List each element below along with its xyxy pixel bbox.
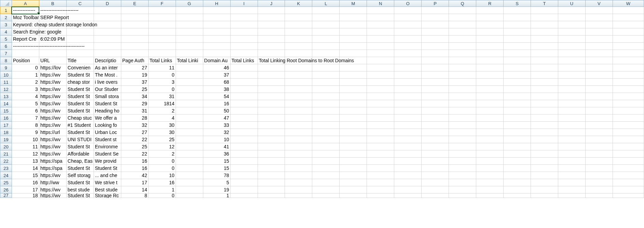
cell-L12[interactable] — [312, 86, 340, 93]
cell-C3[interactable] — [66, 21, 94, 28]
cell-W5[interactable] — [613, 36, 644, 43]
col-header-B[interactable]: B — [39, 0, 66, 7]
cell-K11[interactable] — [285, 79, 312, 86]
cell-A21[interactable]: 12 — [12, 150, 39, 158]
cell-A10[interactable]: 1 — [12, 71, 39, 79]
cell-R2[interactable] — [476, 14, 504, 21]
cell-N27[interactable] — [367, 193, 394, 198]
cell-P5[interactable] — [422, 36, 449, 43]
cell-R23[interactable] — [476, 165, 504, 172]
cell-B22[interactable]: https://spa — [39, 158, 66, 165]
cell-M9[interactable] — [340, 64, 367, 71]
cell-V3[interactable] — [585, 21, 613, 28]
cell-Q13[interactable] — [449, 93, 476, 100]
cell-K19[interactable] — [285, 136, 312, 143]
cell-N1[interactable] — [367, 7, 394, 14]
cell-W24[interactable] — [613, 172, 644, 179]
cell-Q15[interactable] — [449, 107, 476, 115]
cell-H25[interactable]: 5 — [203, 179, 230, 186]
cell-P27[interactable] — [422, 193, 449, 198]
cell-R10[interactable] — [476, 71, 504, 79]
cell-M19[interactable] — [340, 136, 367, 143]
cell-Q3[interactable] — [449, 21, 476, 28]
cell-K15[interactable] — [285, 107, 312, 115]
cell-B11[interactable]: https://wv — [39, 79, 66, 86]
cell-G7[interactable] — [176, 50, 203, 57]
cell-H22[interactable]: 15 — [203, 158, 230, 165]
cell-B6[interactable] — [39, 43, 66, 50]
cell-A13[interactable]: 4 — [12, 93, 39, 100]
cell-U8[interactable] — [558, 57, 585, 64]
cell-L19[interactable] — [312, 136, 340, 143]
cell-F13[interactable]: 31 — [148, 93, 176, 100]
cell-G19[interactable] — [176, 136, 203, 143]
cell-E9[interactable]: 27 — [121, 64, 148, 71]
cell-C20[interactable]: Student St — [66, 143, 94, 150]
cell-G21[interactable] — [176, 150, 203, 158]
cell-M22[interactable] — [340, 158, 367, 165]
cell-U24[interactable] — [558, 172, 585, 179]
cell-N5[interactable] — [367, 36, 394, 43]
cell-A15[interactable]: 6 — [12, 107, 39, 115]
cell-L13[interactable] — [312, 93, 340, 100]
cell-M13[interactable] — [340, 93, 367, 100]
cell-B8[interactable]: URL — [39, 57, 66, 64]
cell-F24[interactable]: 10 — [148, 172, 176, 179]
cell-N18[interactable] — [367, 129, 394, 136]
cell-R11[interactable] — [476, 79, 504, 86]
cell-G14[interactable] — [176, 100, 203, 107]
cell-U18[interactable] — [558, 129, 585, 136]
cell-S21[interactable] — [504, 150, 531, 158]
cell-E25[interactable]: 17 — [121, 179, 148, 186]
cell-V15[interactable] — [585, 107, 613, 115]
cell-I10[interactable] — [230, 71, 258, 79]
row-header-19[interactable]: 19 — [0, 136, 12, 143]
cell-Q12[interactable] — [449, 86, 476, 93]
cell-I18[interactable] — [230, 129, 258, 136]
cell-T3[interactable] — [531, 21, 558, 28]
cell-A12[interactable]: 3 — [12, 86, 39, 93]
cell-P25[interactable] — [422, 179, 449, 186]
row-header-20[interactable]: 20 — [0, 143, 12, 150]
cell-O27[interactable] — [394, 193, 422, 198]
cell-Q25[interactable] — [449, 179, 476, 186]
cell-Q20[interactable] — [449, 143, 476, 150]
cell-C25[interactable]: Student St — [66, 179, 94, 186]
cell-R7[interactable] — [476, 50, 504, 57]
cell-T24[interactable] — [531, 172, 558, 179]
cell-P1[interactable] — [422, 7, 449, 14]
row-header-5[interactable]: 5 — [0, 36, 12, 43]
cell-B23[interactable]: https://spa — [39, 165, 66, 172]
cell-L3[interactable] — [312, 21, 340, 28]
cell-F19[interactable]: 25 — [148, 136, 176, 143]
cell-G15[interactable] — [176, 107, 203, 115]
cell-N23[interactable] — [367, 165, 394, 172]
cell-S15[interactable] — [504, 107, 531, 115]
row-header-2[interactable]: 2 — [0, 14, 12, 21]
cell-O8[interactable] — [394, 57, 422, 64]
cell-P8[interactable] — [422, 57, 449, 64]
cell-P6[interactable] — [422, 43, 449, 50]
cell-D22[interactable]: We provid — [94, 158, 121, 165]
cell-N17[interactable] — [367, 122, 394, 129]
cell-O19[interactable] — [394, 136, 422, 143]
cell-J27[interactable] — [258, 193, 285, 198]
cell-P3[interactable] — [422, 21, 449, 28]
cell-Q27[interactable] — [449, 193, 476, 198]
cell-N12[interactable] — [367, 86, 394, 93]
cell-T1[interactable] — [531, 7, 558, 14]
cell-N9[interactable] — [367, 64, 394, 71]
cell-G5[interactable] — [176, 36, 203, 43]
cell-L18[interactable] — [312, 129, 340, 136]
cell-G4[interactable] — [176, 28, 203, 36]
cell-N7[interactable] — [367, 50, 394, 57]
cell-I11[interactable] — [230, 79, 258, 86]
cell-C12[interactable]: Student St — [66, 86, 94, 93]
cell-N2[interactable] — [367, 14, 394, 21]
cell-H17[interactable]: 33 — [203, 122, 230, 129]
cell-T16[interactable] — [531, 115, 558, 122]
cell-F23[interactable]: 0 — [148, 165, 176, 172]
cell-J17[interactable] — [258, 122, 285, 129]
row-header-23[interactable]: 23 — [0, 165, 12, 172]
cell-A17[interactable]: 8 — [12, 122, 39, 129]
